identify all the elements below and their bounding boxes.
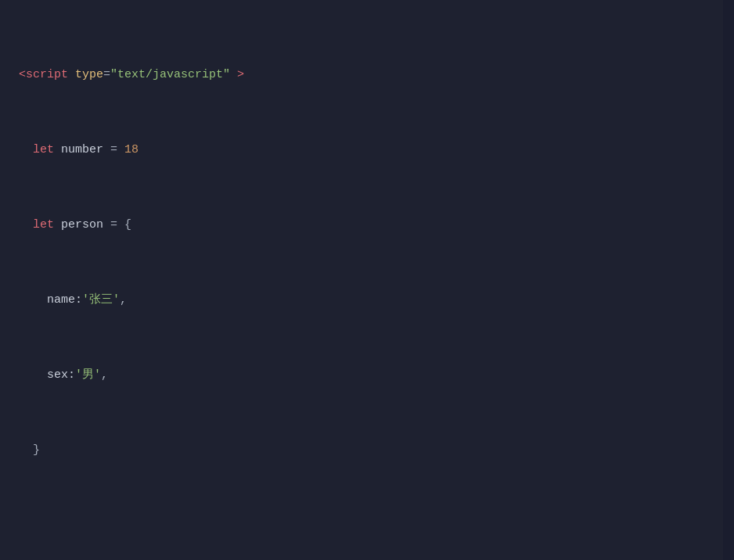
code-line-5: sex:'男', — [16, 366, 734, 385]
code-line-6: } — [16, 441, 734, 460]
code-line-3: let person = { — [16, 216, 734, 235]
code-editor: <script type="text/javascript" > let num… — [0, 0, 734, 560]
code-line-1: <script type="text/javascript" > — [16, 66, 734, 84]
code-line-2: let number = 18 — [16, 141, 734, 160]
code-line-4: name:'张三', — [16, 291, 734, 310]
code-line-blank1 — [16, 516, 734, 535]
scrollbar[interactable] — [723, 0, 734, 560]
